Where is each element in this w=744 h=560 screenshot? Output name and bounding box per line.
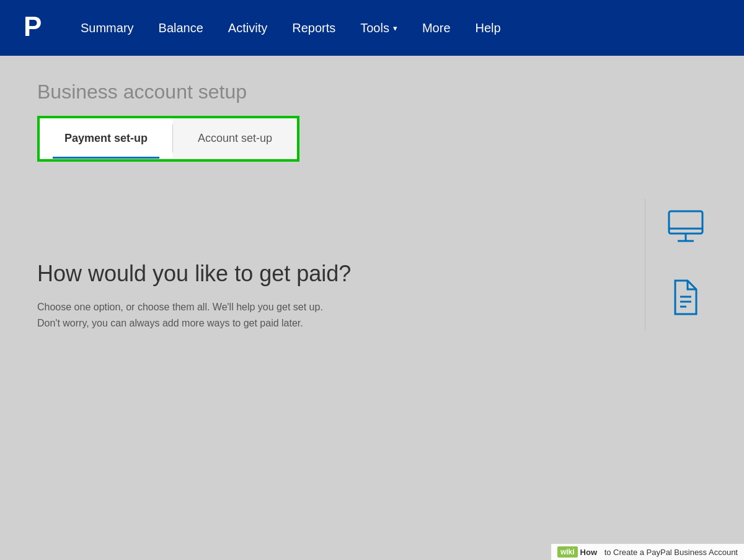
nav-item-tools[interactable]: Tools ▾ bbox=[348, 15, 410, 42]
description-line1: Choose one option, or choose them all. W… bbox=[37, 302, 323, 312]
wikihow-bar: wikiHow to Create a PayPal Business Acco… bbox=[551, 544, 744, 560]
content-left: How would you like to get paid? Choose o… bbox=[37, 199, 632, 331]
nav-item-help[interactable]: Help bbox=[463, 15, 513, 42]
svg-text:P: P bbox=[24, 12, 42, 42]
tab-payment-setup[interactable]: Payment set-up bbox=[40, 118, 172, 159]
tab-account-setup[interactable]: Account set-up bbox=[173, 118, 297, 159]
paypal-logo[interactable]: P bbox=[19, 12, 50, 43]
nav-link-reports[interactable]: Reports bbox=[280, 15, 348, 42]
monitor-icon bbox=[664, 205, 707, 251]
content-section: How would you like to get paid? Choose o… bbox=[37, 174, 707, 349]
how-text: How bbox=[580, 548, 597, 557]
content-right bbox=[645, 199, 707, 331]
tabs-container: Payment set-up Account set-up bbox=[40, 118, 297, 159]
wikihow-title: to Create a PayPal Business Account bbox=[604, 548, 738, 557]
description-line2: Don't worry, you can always add more way… bbox=[37, 318, 303, 328]
svg-rect-1 bbox=[669, 211, 702, 234]
main-heading: How would you like to get paid? bbox=[37, 261, 620, 287]
nav-link-balance[interactable]: Balance bbox=[146, 15, 216, 42]
navbar: P Summary Balance Activity Reports Tools… bbox=[0, 0, 744, 56]
document-icon bbox=[664, 276, 707, 322]
nav-item-summary[interactable]: Summary bbox=[68, 15, 146, 42]
main-content: Business account setup Payment set-up Ac… bbox=[0, 56, 744, 374]
nav-item-balance[interactable]: Balance bbox=[146, 15, 216, 42]
nav-link-help[interactable]: Help bbox=[463, 15, 513, 42]
green-highlight-box: Payment set-up Account set-up bbox=[37, 116, 299, 162]
nav-link-tools[interactable]: Tools ▾ bbox=[348, 15, 410, 42]
description: Choose one option, or choose them all. W… bbox=[37, 299, 471, 331]
nav-link-activity[interactable]: Activity bbox=[216, 15, 280, 42]
nav-links: Summary Balance Activity Reports Tools ▾… bbox=[68, 15, 513, 42]
nav-item-more[interactable]: More bbox=[410, 15, 463, 42]
page-title: Business account setup bbox=[37, 81, 707, 103]
nav-link-summary[interactable]: Summary bbox=[68, 15, 146, 42]
wiki-badge: wiki bbox=[557, 546, 578, 558]
nav-link-more[interactable]: More bbox=[410, 15, 463, 42]
tools-chevron-icon: ▾ bbox=[393, 24, 397, 33]
nav-item-reports[interactable]: Reports bbox=[280, 15, 348, 42]
nav-item-activity[interactable]: Activity bbox=[216, 15, 280, 42]
